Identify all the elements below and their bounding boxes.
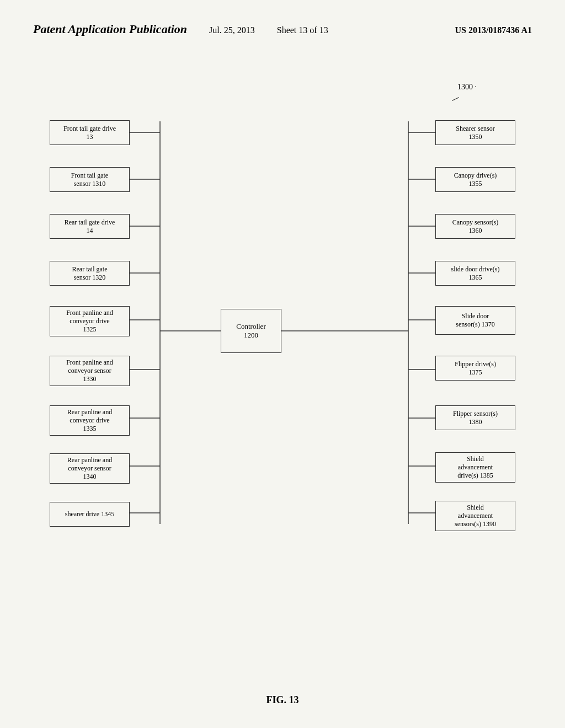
left-box-5: Front panline andconveyor drive1325 bbox=[50, 306, 130, 336]
right-box-5: Slide doorsensor(s) 1370 bbox=[435, 306, 515, 335]
left-box-4: Rear tail gatesensor 1320 bbox=[50, 261, 130, 286]
lb1-label: Front tail gate drive13 bbox=[63, 125, 116, 141]
rb3-label: Canopy sensor(s)1360 bbox=[452, 218, 499, 235]
left-box-3: Rear tail gate drive14 bbox=[50, 214, 130, 239]
rb4-label: slide door drive(s)1365 bbox=[451, 265, 500, 282]
right-box-4: slide door drive(s)1365 bbox=[435, 261, 515, 286]
right-box-3: Canopy sensor(s)1360 bbox=[435, 214, 515, 239]
right-box-6: Flipper drive(s)1375 bbox=[435, 356, 515, 381]
lb6-label: Front panline andconveyor sensor1330 bbox=[66, 358, 113, 383]
publication-title: Patent Application Publication bbox=[33, 22, 187, 36]
lb2-label: Front tail gatesensor 1310 bbox=[71, 172, 108, 188]
right-box-1: Shearer sensor1350 bbox=[435, 120, 515, 145]
left-box-1: Front tail gate drive13 bbox=[50, 120, 130, 145]
sheet-info: Sheet 13 of 13 bbox=[277, 25, 328, 35]
left-box-2: Front tail gatesensor 1310 bbox=[50, 167, 130, 192]
page: Patent Application Publication Jul. 25, … bbox=[0, 0, 565, 728]
left-box-9: shearer drive 1345 bbox=[50, 502, 130, 527]
lb5-label: Front panline andconveyor drive1325 bbox=[66, 309, 113, 334]
rb8-label: Shieldadvancementdrive(s) 1385 bbox=[457, 455, 493, 480]
controller-box: Controller1200 bbox=[221, 309, 281, 353]
ref-arrow: ⟋ bbox=[449, 91, 463, 106]
lb4-label: Rear tail gatesensor 1320 bbox=[72, 265, 108, 282]
rb6-label: Flipper drive(s)1375 bbox=[455, 360, 496, 377]
lb8-label: Rear panline andconveyor sensor1340 bbox=[67, 456, 112, 481]
figure-label: FIG. 13 bbox=[266, 694, 299, 706]
lb3-label: Rear tail gate drive14 bbox=[65, 218, 115, 235]
rb5-label: Slide doorsensor(s) 1370 bbox=[456, 312, 494, 329]
right-box-9: Shieldadvancementsensors(s) 1390 bbox=[435, 501, 515, 531]
rb2-label: Canopy drive(s)1355 bbox=[454, 172, 497, 188]
header: Patent Application Publication Jul. 25, … bbox=[0, 0, 565, 36]
left-box-7: Rear panline andconveyor drive1335 bbox=[50, 405, 130, 436]
ref-1300: 1300 · bbox=[457, 83, 477, 92]
lb9-label: shearer drive 1345 bbox=[65, 510, 114, 518]
rb1-label: Shearer sensor1350 bbox=[456, 125, 494, 141]
patent-number: US 2013/0187436 A1 bbox=[455, 25, 532, 35]
lb7-label: Rear panline andconveyor drive1335 bbox=[67, 408, 112, 433]
right-box-2: Canopy drive(s)1355 bbox=[435, 167, 515, 192]
diagram-area: 1300 · ⟋ bbox=[33, 77, 532, 684]
left-box-8: Rear panline andconveyor sensor1340 bbox=[50, 453, 130, 484]
rb7-label: Flipper sensor(s)1380 bbox=[453, 410, 498, 426]
left-box-6: Front panline andconveyor sensor1330 bbox=[50, 356, 130, 386]
right-box-7: Flipper sensor(s)1380 bbox=[435, 405, 515, 430]
publication-date: Jul. 25, 2013 bbox=[209, 25, 255, 35]
controller-label: Controller1200 bbox=[236, 322, 265, 340]
rb9-label: Shieldadvancementsensors(s) 1390 bbox=[455, 504, 496, 528]
right-box-8: Shieldadvancementdrive(s) 1385 bbox=[435, 452, 515, 483]
